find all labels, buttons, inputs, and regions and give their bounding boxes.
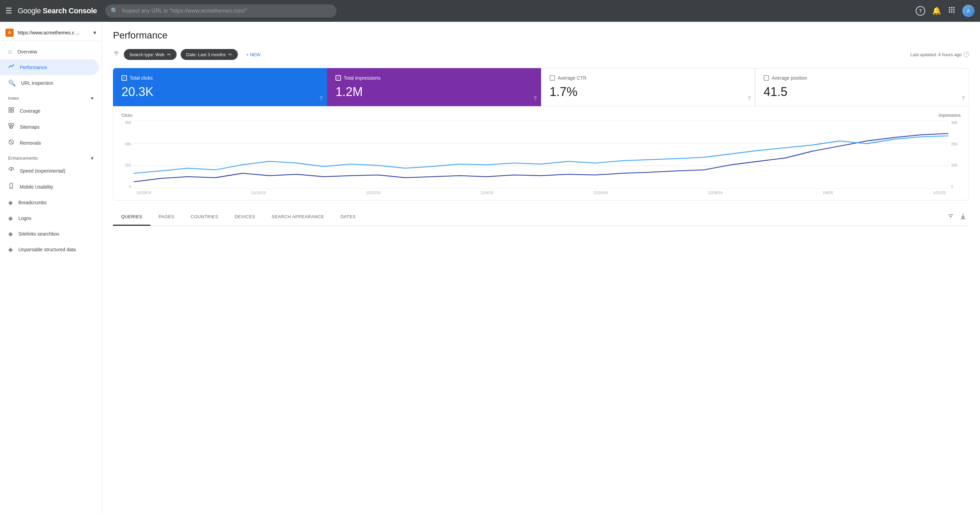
sidebar-item-overview[interactable]: ⌂ Overview (0, 44, 99, 59)
search-type-label: Search type: Web (129, 52, 164, 57)
total-impressions-value: 1.2M (336, 85, 533, 99)
average-position-checkbox[interactable] (764, 75, 769, 81)
sidebar-item-mobile[interactable]: Mobile Usability (0, 179, 99, 195)
tab-queries[interactable]: QUERIES (113, 209, 150, 226)
metric-card-total-clicks[interactable]: ✓ Total clicks 20.3K ? (113, 68, 327, 106)
sidebar-item-coverage-label: Coverage (20, 108, 40, 114)
sidebar-section-enhancements-arrow: ▾ (91, 155, 94, 161)
x-label-0: 10/29/19 (137, 191, 151, 195)
svg-rect-2 (953, 7, 955, 8)
sidebar-item-speed[interactable]: Speed (experimental) (0, 163, 99, 179)
y-left-300: 300 (121, 142, 131, 146)
menu-icon[interactable]: ☰ (5, 6, 12, 15)
sidebar-item-removals[interactable]: Removals (0, 135, 99, 151)
metric-card-average-position[interactable]: Average position 41.5 ? (755, 68, 969, 106)
metric-card-average-ctr[interactable]: Average CTR 1.7% ? (541, 68, 755, 106)
total-clicks-value: 20.3K (121, 85, 318, 99)
sidebar-item-breadcrumbs-label: Breadcrumbs (18, 200, 47, 205)
total-impressions-checkbox[interactable]: ✓ (336, 75, 341, 81)
y-left-450: 450 (121, 121, 131, 124)
sidebar-item-performance[interactable]: Performance (0, 59, 99, 75)
x-label-1: 11/10/19 (251, 191, 266, 195)
average-position-help-icon[interactable]: ? (962, 96, 965, 102)
new-filter-button[interactable]: + NEW (242, 49, 264, 60)
site-selector[interactable]: A https://www.acmethemes.c ... ▾ (0, 24, 102, 41)
average-position-label: Average position (772, 75, 807, 81)
svg-rect-8 (953, 11, 955, 13)
tab-search-appearance[interactable]: SEARCH APPEARANCE (263, 209, 332, 226)
sidebar: A https://www.acmethemes.c ... ▾ ⌂ Overv… (0, 22, 102, 513)
user-avatar[interactable]: A (962, 5, 975, 17)
y-axis-right-label: Impressions (939, 113, 961, 118)
sidebar-section-index-title: Index (8, 96, 19, 101)
tab-devices[interactable]: DEVICES (226, 209, 263, 226)
tab-dates[interactable]: DATES (332, 209, 364, 226)
x-label-5: 12/28/19 (708, 191, 722, 195)
average-position-value: 41.5 (764, 85, 961, 99)
sidebar-item-coverage[interactable]: Coverage (0, 103, 99, 119)
last-updated: Last updated: 4 hours ago ? (910, 52, 969, 57)
site-selector-arrow: ▾ (93, 29, 96, 37)
x-axis-labels: 10/29/19 11/10/19 11/22/19 12/4/19 12/16… (137, 191, 946, 195)
main-content: Performance Search type: Web ✏ Date: Las… (102, 22, 980, 513)
sidebar-section-index[interactable]: Index ▾ (0, 91, 102, 103)
performance-icon (8, 63, 14, 71)
sidebar-item-logos-label: Logos (18, 215, 31, 221)
total-clicks-label: Total clicks (130, 75, 153, 81)
topbar-actions: ? 🔔 A (916, 5, 975, 17)
site-url: https://www.acmethemes.c ... (18, 30, 93, 35)
svg-rect-1 (951, 7, 953, 8)
svg-rect-10 (12, 108, 14, 109)
app-logo: Google Search Console (18, 6, 97, 15)
page-title: Performance (113, 30, 969, 41)
chart-svg-wrapper (134, 121, 948, 189)
tab-countries[interactable]: COUNTRIES (182, 209, 226, 226)
sidebar-section-index-arrow: ▾ (91, 95, 94, 102)
x-label-4: 12/16/19 (593, 191, 608, 195)
impressions-line (134, 134, 948, 182)
total-clicks-help-icon[interactable]: ? (320, 96, 323, 102)
search-type-filter[interactable]: Search type: Web ✏ (124, 49, 177, 60)
site-favicon: A (5, 29, 14, 37)
speed-icon (8, 167, 14, 175)
sidebar-item-logos[interactable]: ◈ Logos (0, 210, 99, 226)
total-clicks-checkbox[interactable]: ✓ (121, 75, 127, 81)
sidebar-item-url-inspection[interactable]: 🔍 URL inspection (0, 75, 99, 91)
svg-line-21 (10, 140, 13, 144)
tab-download-icon[interactable] (959, 213, 966, 221)
breadcrumbs-icon: ◈ (8, 199, 13, 206)
metric-card-total-impressions[interactable]: ✓ Total impressions 1.2M ? (327, 68, 541, 106)
date-edit-icon: ✏ (228, 52, 232, 57)
tab-pages[interactable]: PAGES (150, 209, 182, 226)
tab-actions (947, 213, 969, 221)
average-ctr-label: Average CTR (558, 75, 587, 81)
sidebar-section-enhancements[interactable]: Enhancements ▾ (0, 151, 102, 163)
sidebar-item-mobile-label: Mobile Usability (20, 184, 53, 190)
sitelinks-icon: ◈ (8, 230, 13, 237)
x-label-3: 12/4/19 (480, 191, 493, 195)
apps-icon[interactable] (948, 6, 956, 16)
average-ctr-checkbox[interactable] (550, 75, 555, 81)
date-filter[interactable]: Date: Last 3 months ✏ (181, 49, 238, 60)
mobile-icon (8, 183, 14, 191)
sidebar-item-sitemaps[interactable]: Sitemaps (0, 119, 99, 135)
svg-rect-12 (12, 111, 14, 112)
search-input[interactable] (122, 8, 331, 14)
filter-icon[interactable] (113, 50, 120, 59)
sidebar-item-breadcrumbs[interactable]: ◈ Breadcrumbs (0, 195, 99, 210)
url-search-bar[interactable]: 🔍 (105, 5, 337, 18)
sidebar-item-performance-label: Performance (20, 65, 47, 70)
sidebar-item-sitelinks[interactable]: ◈ Sitelinks searchbox (0, 226, 99, 242)
filter-bar: Search type: Web ✏ Date: Last 3 months ✏… (113, 49, 969, 60)
sidebar-item-unparsable[interactable]: ◈ Unparsable structured data (0, 242, 99, 257)
svg-rect-9 (9, 108, 11, 109)
average-ctr-help-icon[interactable]: ? (748, 96, 751, 102)
performance-chart (134, 121, 948, 189)
removals-icon (8, 139, 14, 147)
metric-cards: ✓ Total clicks 20.3K ? ✓ Total impressio… (113, 68, 969, 106)
total-impressions-help-icon[interactable]: ? (533, 96, 537, 102)
tab-filter-icon[interactable] (947, 213, 954, 221)
help-icon[interactable]: ? (916, 6, 925, 16)
x-label-7: 1/21/20 (933, 191, 946, 195)
notifications-icon[interactable]: 🔔 (932, 6, 941, 15)
